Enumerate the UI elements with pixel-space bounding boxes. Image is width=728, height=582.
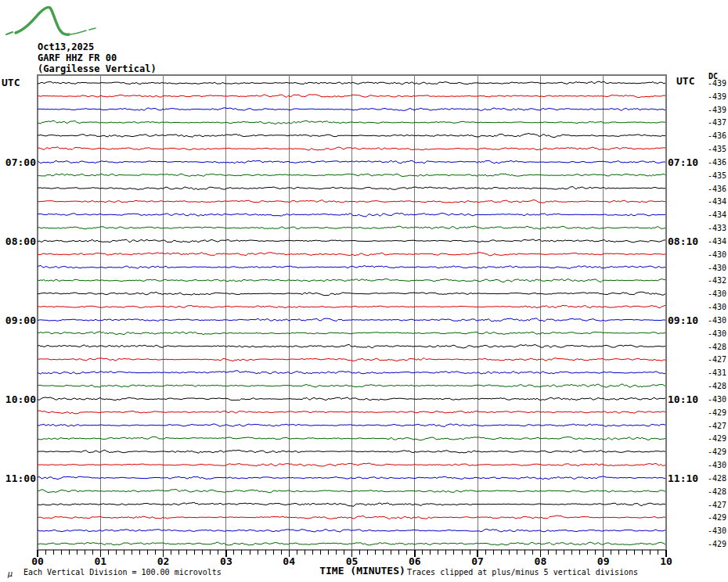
x-tick-label-04: 04: [283, 555, 295, 567]
footnote-clipping: Traces clipped at plus/minus 5 vertical …: [407, 568, 638, 577]
hour-label-right-07:10: 07:10: [668, 156, 698, 167]
x-tick-label-01: 01: [94, 555, 106, 567]
dc-value-09:50: -428: [695, 382, 726, 390]
hour-label-left-08:00: 08:00: [2, 235, 36, 246]
x-tick-label-03: 03: [220, 555, 232, 567]
hour-label-left-09:00: 09:00: [2, 314, 36, 325]
dc-value-11:40: -430: [695, 526, 726, 535]
hour-label-right-08:10: 08:10: [668, 235, 698, 246]
dc-value-09:30: -427: [695, 355, 726, 364]
dc-value-09:10: -430: [695, 329, 726, 337]
dc-value-07:10: -435: [695, 171, 726, 179]
dc-value-10:50: -430: [695, 461, 726, 469]
dc-value-07:40: -434: [695, 210, 726, 219]
dc-value-08:30: -432: [695, 276, 726, 285]
dc-value-10:20: -427: [695, 421, 726, 429]
dc-value-07:50: -433: [695, 224, 726, 232]
x-tick-label-07: 07: [471, 555, 484, 567]
dc-value-08:40: -430: [695, 289, 726, 298]
dc-value-09:40: -431: [695, 368, 726, 377]
dc-value-07:30: -434: [695, 197, 726, 206]
hour-label-left-11:00: 11:00: [2, 472, 36, 483]
dc-value-11:00: -428: [695, 473, 726, 482]
dc-value-11:50: -429: [695, 540, 726, 548]
dc-value-11:10: -428: [695, 487, 726, 495]
dc-value-08:10: -430: [695, 250, 726, 258]
dc-value-07:00: -436: [695, 157, 726, 166]
x-tick-label-00: 00: [31, 555, 44, 567]
x-tick-label-08: 08: [535, 555, 547, 567]
hour-label-left-10:00: 10:00: [2, 393, 36, 404]
dc-value-09:20: -428: [695, 342, 726, 350]
x-axis-title: TIME (MINUTES): [319, 565, 405, 577]
dc-value-06:00: -439: [695, 79, 726, 88]
dc-value-10:30: -429: [695, 434, 726, 443]
dc-value-08:20: -430: [695, 263, 726, 271]
dc-value-06:20: -439: [695, 105, 726, 113]
hour-label-left-07:00: 07:00: [2, 156, 36, 167]
dc-value-06:50: -435: [695, 145, 726, 153]
x-tick-label-02: 02: [157, 555, 170, 567]
dc-value-08:00: -434: [695, 236, 726, 245]
dc-value-11:20: -427: [695, 500, 726, 508]
seismogram-plot: [0, 0, 728, 582]
hour-label-right-09:10: 09:10: [668, 314, 698, 325]
footnote-scale: Each Vertical Division = 100.00 microvol…: [23, 568, 222, 577]
dc-value-06:10: -439: [695, 92, 726, 100]
dc-value-07:20: -436: [695, 184, 726, 192]
helicorder-page: Oct13,2025GARF HHZ FR 00(Gargilesse Vert…: [0, 0, 728, 582]
dc-value-11:30: -429: [695, 513, 726, 522]
dc-value-10:10: -429: [695, 408, 726, 416]
x-tick-label-09: 09: [597, 555, 610, 567]
hour-label-right-11:10: 11:10: [668, 472, 698, 483]
hour-label-right-10:10: 10:10: [668, 393, 698, 404]
dc-value-09:00: -430: [695, 315, 726, 324]
dc-value-06:40: -436: [695, 131, 726, 140]
x-tick-label-06: 06: [409, 555, 421, 567]
x-tick-label-10: 10: [660, 555, 672, 567]
dc-value-10:40: -429: [695, 447, 726, 456]
dc-value-06:30: -437: [695, 118, 726, 127]
dc-value-08:50: -430: [695, 303, 726, 311]
microvolt-scale-icon: µ: [8, 569, 13, 578]
dc-value-10:00: -430: [695, 394, 726, 403]
